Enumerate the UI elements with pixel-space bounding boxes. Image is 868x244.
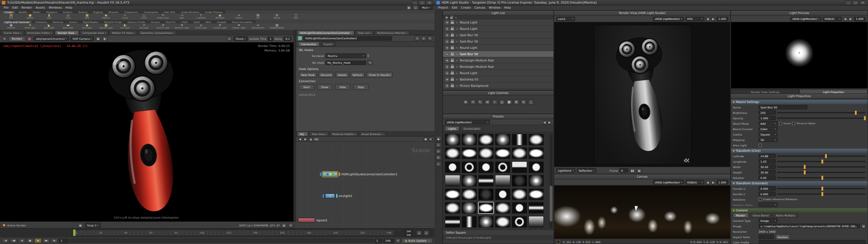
shelf-tool-l-system[interactable]: YL-System	[192, 14, 210, 19]
net-forward-icon[interactable]: ▶	[303, 137, 307, 141]
shelf-tool-portal-light[interactable]: ⌂Portal Light	[192, 24, 210, 29]
presets-scrollbar-thumb[interactable]	[550, 186, 552, 221]
shelf-tool-indirect-light[interactable]: ↺Indirect Light	[154, 24, 172, 29]
shelf-tool-draw-curve[interactable]: ✎Draw Curve	[154, 14, 172, 19]
shelf-tool-env-light[interactable]: ◐Env Light	[116, 24, 134, 29]
shelf-tool-area-light[interactable]: ▬Area Light	[59, 24, 77, 29]
hdrls-menu-help[interactable]: Help	[502, 6, 513, 9]
transport-button-4[interactable]: ▶	[34, 238, 42, 243]
preset-tile[interactable]	[445, 147, 460, 159]
shelf-tab-modify[interactable]: Modify	[16, 10, 29, 14]
connection-show-button[interactable]: Show	[317, 84, 332, 90]
preset-tile[interactable]	[512, 188, 527, 200]
shelf-tool-grid[interactable]: ▦Grid	[78, 14, 96, 19]
lock-icon[interactable]	[451, 22, 454, 24]
shelf-tab-lights-and-cameras[interactable]: Lights and Cameras	[2, 20, 32, 23]
range-end-field[interactable]: 240	[383, 239, 394, 243]
preset-tile[interactable]	[512, 216, 527, 228]
shelf-tab-crowds[interactable]: Crowds	[214, 20, 229, 23]
take-menu-dropdown[interactable]: Main▾	[420, 5, 433, 10]
exposure-down-icon[interactable]: ◀	[706, 17, 710, 21]
shelf-tool-shadow-matte[interactable]: ▨Shadow Matte	[268, 24, 286, 29]
shelf-tool-metaball[interactable]: ◉Metaball	[211, 14, 229, 19]
shelf-tab-wire[interactable]: Wire	[203, 20, 214, 23]
preset-tile[interactable]	[495, 161, 510, 173]
menu-edit[interactable]: Edit	[10, 6, 20, 9]
presets-tab-lights[interactable]: Lights	[445, 126, 459, 131]
props-tab-render-view-settings[interactable]: Render View Settings	[731, 89, 799, 94]
hdrls-titlebar[interactable]: HDR Light Studio - Tungsten [Drop 2] Pro…	[434, 0, 868, 5]
preset-categories[interactable]: SoftLight PictureLight H StudioLights	[446, 236, 491, 239]
preset-tile[interactable]	[495, 175, 510, 187]
preset-tile[interactable]	[528, 161, 544, 173]
shelf-tool-atmosphere[interactable]: ≈Atmosphere	[249, 24, 267, 29]
render-viewport[interactable]: /obj/ropnet1/mantra1 (jbraytrace) - 14:4…	[0, 42, 293, 221]
shelf-tool-distant-light[interactable]: ☀Distant Light	[211, 24, 229, 29]
transform-core-header[interactable]: ▼Transform (Core)	[731, 149, 868, 153]
hdrls-minimize-button[interactable]: –	[845, 0, 852, 5]
canvas-exposure-down-icon[interactable]: ◀	[706, 180, 710, 184]
connection-stop-button[interactable]: Stop	[353, 84, 368, 90]
shelf-tool-sky-light[interactable]: ☼Sky Light	[135, 24, 153, 29]
active-render-indicator-icon[interactable]: ●	[3, 223, 5, 227]
rop-selector[interactable]: /obj/ropnet1/mantra1▾	[33, 36, 69, 41]
preset-tile[interactable]	[462, 147, 477, 159]
net-tab-material-palette[interactable]: Material Palette▾	[330, 131, 358, 136]
shelf-tool-camera[interactable]: ▣Camera	[2, 24, 20, 29]
shelf-tool-circle[interactable]: ○Circle	[135, 14, 153, 19]
net-menu-icon[interactable]: ≡	[429, 137, 433, 141]
light-control-icon-6[interactable]: ▦	[506, 99, 512, 105]
subtab-connection[interactable]: Connection	[298, 42, 320, 47]
lock-icon[interactable]	[451, 41, 454, 43]
presets-tab-studiolights[interactable]: StudioLights	[460, 126, 483, 131]
menu-windows[interactable]: Windows	[47, 6, 64, 9]
shelf-tab-deform[interactable]: Deform	[61, 10, 75, 14]
preset-tile[interactable]	[512, 175, 527, 187]
shelf-tool-sphere[interactable]: ●Sphere	[21, 14, 39, 19]
region-render-icon[interactable]: ◧	[102, 36, 108, 41]
preset-tile[interactable]	[445, 175, 460, 187]
render-colorspace-dropdown[interactable]: sRGB (rgbMonitor)▾	[653, 17, 684, 21]
net-tab-asset-browser[interactable]: Asset Browser▾	[359, 131, 386, 136]
transform-extended-header[interactable]: ▼Transform (Extended)	[731, 181, 868, 186]
preset-tile[interactable]	[462, 188, 477, 200]
stop-render-icon[interactable]: ■	[27, 36, 32, 41]
presets-scrollbar[interactable]	[550, 134, 552, 228]
shelf-tab-grains[interactable]: Grains	[66, 20, 80, 23]
range-end-field-top[interactable]: 240	[405, 230, 413, 233]
preset-tile[interactable]	[495, 134, 510, 145]
subtab-export[interactable]: Export	[321, 42, 336, 47]
hdrls-close-button[interactable]: ✕	[859, 0, 866, 5]
handle-u-field[interactable]: 0.000	[759, 186, 776, 191]
hook-show-in-houdini-button[interactable]: Show In Houdini	[366, 72, 393, 78]
longitude-slider[interactable]	[777, 161, 866, 162]
param-tab-take-list[interactable]: Take List▾	[355, 30, 374, 35]
shelf-tab-particle-fluids[interactable]: Particle Fluids	[102, 20, 124, 23]
light-control-icon-7[interactable]: ⊞	[514, 99, 519, 105]
node-flag-left[interactable]	[322, 194, 324, 198]
render-button[interactable]: Render	[9, 36, 25, 42]
brightness-slider[interactable]	[777, 112, 866, 113]
preset-tile[interactable]	[495, 216, 510, 228]
net-up-icon[interactable]: ▲	[309, 137, 313, 141]
canvas-colorspace-dropdown[interactable]: sRGB (rgbMonitor)▾	[653, 180, 684, 184]
hdrls-tool-icon-3[interactable]: ↻	[436, 155, 441, 160]
render-channel-dropdown[interactable]: HSV▾	[685, 17, 704, 21]
preset-tile[interactable]	[462, 134, 477, 145]
shelf-tab-rigging[interactable]: Rigging	[90, 10, 105, 14]
visibility-eye-icon[interactable]	[445, 65, 449, 69]
param-caret-icon[interactable]: ▾	[427, 36, 433, 41]
alpha-checker-icon[interactable]	[684, 158, 689, 163]
preset-tile[interactable]	[478, 161, 494, 173]
light-list-row[interactable]: ∞Round Light	[443, 19, 553, 26]
preset-tile[interactable]	[478, 134, 494, 145]
preset-tile[interactable]	[445, 161, 460, 173]
shelf-tool-geo-light[interactable]: ◆Geo Light	[78, 24, 96, 29]
canvas-exposure-field[interactable]: 1.000	[717, 180, 728, 184]
lightpaint-mode-dropdown[interactable]: LightPaint▾	[556, 168, 576, 173]
node-hdrlightstudio-controller[interactable]: HDRLightStudioConnectionController1	[320, 172, 397, 177]
timeline-ruler[interactable]: 120406080100120140160180200220240	[72, 230, 395, 236]
preview-channel-dropdown[interactable]: RGB(A)▾	[823, 17, 842, 21]
visibility-eye-icon[interactable]	[445, 27, 449, 31]
hdrls-menu-edit[interactable]: Edit	[450, 6, 459, 9]
